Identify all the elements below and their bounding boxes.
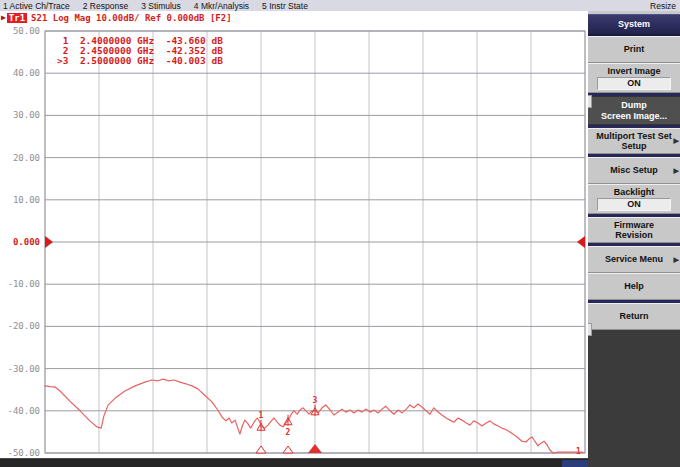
submenu-arrow-icon: ▶ bbox=[674, 255, 679, 265]
stimulus-marker-1-icon[interactable] bbox=[256, 446, 266, 453]
softkey-misc-setup[interactable]: Misc Setup▶ bbox=[588, 157, 680, 184]
softkey-label: Invert Image bbox=[607, 66, 660, 77]
softkey-label: Help bbox=[624, 281, 644, 292]
menu-item-4[interactable]: 4 Mkr/Analysis bbox=[194, 1, 249, 11]
ref-level-marker-right-icon bbox=[577, 236, 585, 248]
softkey-label: Revision bbox=[615, 230, 653, 241]
softkey-label: Setup bbox=[621, 141, 646, 152]
taskbar-fragment bbox=[562, 460, 591, 467]
trace-end-label: 1 bbox=[576, 447, 581, 456]
softkey-label: Backlight bbox=[614, 187, 655, 198]
softkey-backlight[interactable]: BacklightON bbox=[588, 184, 680, 214]
submenu-arrow-icon: ▶ bbox=[674, 166, 679, 176]
softkey-label: Print bbox=[624, 44, 645, 55]
softkey-label: Return bbox=[620, 311, 649, 322]
softkey-multiport-test-set-setup[interactable]: Multiport Test SetSetup▶ bbox=[588, 128, 680, 154]
softkey-scroll-notch-top[interactable] bbox=[588, 95, 592, 108]
softkey-label: Firmware bbox=[614, 220, 654, 231]
menu-item-2[interactable]: 2 Response bbox=[83, 1, 128, 11]
display-area: ▶ Tr1 S21 Log Mag 10.00dB/ Ref 0.000dB [… bbox=[0, 11, 588, 458]
softkey-label: Dump bbox=[621, 100, 647, 111]
softkey-dump-screen-image[interactable]: DumpScreen Image... bbox=[588, 96, 680, 125]
stimulus-marker-2-icon[interactable] bbox=[283, 446, 293, 453]
softkey-label: Screen Image... bbox=[601, 111, 667, 122]
resize-button[interactable]: Resize bbox=[650, 1, 676, 11]
graticule-plot: 1231 bbox=[0, 11, 588, 458]
marker-3-label: 3 bbox=[313, 396, 318, 405]
bottom-bar bbox=[0, 458, 588, 467]
s21-trace bbox=[45, 379, 583, 453]
softkey-print[interactable]: Print bbox=[588, 36, 680, 63]
menu-item-3[interactable]: 3 Stimulus bbox=[141, 1, 181, 11]
softkey-help[interactable]: Help bbox=[588, 273, 680, 300]
menu-item-5[interactable]: 5 Instr State bbox=[262, 1, 308, 11]
softkey-scroll-notch-bottom[interactable] bbox=[588, 323, 592, 336]
softkey-invert-image[interactable]: Invert ImageON bbox=[588, 63, 680, 93]
menu-item-1[interactable]: 1 Active Ch/Trace bbox=[3, 1, 70, 11]
softkey-label: Misc Setup bbox=[610, 165, 658, 176]
stimulus-marker-3-active-icon[interactable] bbox=[308, 444, 322, 453]
ref-level-marker-left-icon bbox=[45, 236, 53, 248]
submenu-arrow-icon: ▶ bbox=[674, 136, 679, 146]
marker-1-label: 1 bbox=[259, 411, 264, 420]
softkey-firmware-revision[interactable]: FirmwareRevision bbox=[588, 217, 680, 243]
marker-row-3: >3 2.5000000 GHz -40.003 dB bbox=[57, 56, 223, 66]
softkey-invert-image-state: ON bbox=[597, 77, 671, 90]
softkey-system: System bbox=[588, 14, 680, 36]
marker-readout-table: 1 2.4000000 GHz -43.660 dB 2 2.4500000 G… bbox=[57, 36, 223, 66]
softkey-backlight-state: ON bbox=[597, 198, 671, 211]
softkey-sidebar: SystemPrintInvert ImageONDumpScreen Imag… bbox=[588, 11, 680, 467]
softkey-return[interactable]: Return bbox=[588, 303, 680, 330]
softkey-stack: SystemPrintInvert ImageONDumpScreen Imag… bbox=[588, 11, 680, 330]
marker-2-label: 2 bbox=[286, 428, 291, 437]
softkey-service-menu[interactable]: Service Menu▶ bbox=[588, 246, 680, 273]
softkey-label: System bbox=[618, 19, 650, 30]
softkey-label: Service Menu bbox=[605, 254, 663, 265]
softkey-label: Multiport Test Set bbox=[596, 131, 671, 142]
